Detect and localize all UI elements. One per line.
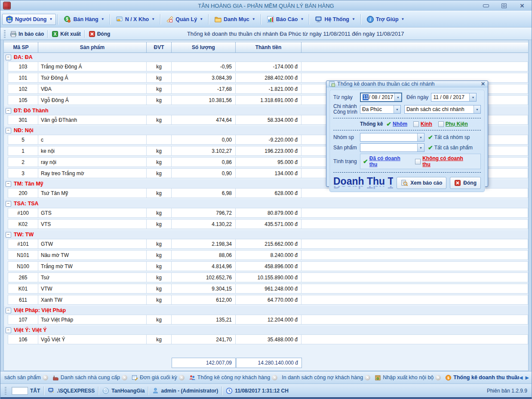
- group-row[interactable]: −Việt Pháp: Việt Pháp: [4, 306, 528, 315]
- tab-close-icon[interactable]: ✕: [435, 375, 441, 380]
- tab-close-icon[interactable]: ✕: [43, 375, 48, 380]
- tab-item[interactable]: Thống kê công nợ khách hàng✕: [187, 374, 280, 381]
- database-name: TanHoangGia: [111, 388, 145, 394]
- grid-header: Mã SP Sản phẩm ĐVT Số lượng Thành tiền: [4, 42, 528, 53]
- collapse-icon[interactable]: −: [6, 308, 11, 313]
- tab-item[interactable]: Nhập xuất kho nội bộ✕: [372, 374, 443, 381]
- branch-list-combo[interactable]: Danh sách các chi nhánh ▼: [404, 105, 481, 114]
- option-item[interactable]: ✔Nhôm: [386, 121, 413, 127]
- close-report-button[interactable]: Đóng: [86, 30, 113, 38]
- group-row[interactable]: −TSA: TSA: [4, 199, 528, 208]
- menu-item[interactable]: Người Dùng▼: [2, 14, 56, 25]
- option-item[interactable]: Không có doanh thu: [415, 155, 478, 167]
- total-quantity: 142.007,09: [172, 358, 236, 368]
- group-row[interactable]: −TW: TW: [4, 230, 528, 239]
- branch-dropdown-icon[interactable]: ▼: [394, 105, 400, 113]
- tab-close-icon[interactable]: ✕: [365, 375, 370, 380]
- checkbox-icon[interactable]: [413, 121, 419, 127]
- collapse-icon[interactable]: −: [6, 181, 11, 187]
- customers-icon: [189, 374, 196, 381]
- tab-item[interactable]: In danh sách công nợ khách hàng✕: [280, 374, 372, 380]
- collapse-icon[interactable]: −: [6, 108, 11, 114]
- tab-item[interactable]: $Thống kê doanh thu thuần: [443, 374, 519, 381]
- menu-item[interactable]: Quản Lý▼: [163, 14, 206, 25]
- tab-scroll-right-icon[interactable]: ▶: [526, 375, 529, 380]
- all-products-label[interactable]: Tất cả sản phẩm: [434, 145, 473, 151]
- minimize-button[interactable]: [483, 3, 489, 9]
- tab-item[interactable]: Danh sách nhà cung cấp✕: [50, 374, 129, 381]
- tab-close-icon[interactable]: ✕: [179, 375, 185, 380]
- collapse-icon[interactable]: −: [6, 128, 11, 133]
- column-header[interactable]: Sản phẩm: [38, 42, 147, 53]
- collapse-icon[interactable]: −: [6, 201, 11, 207]
- table-row[interactable]: #101GTWkg2.198,34215.662.000 đ: [4, 239, 528, 250]
- table-row[interactable]: N100Trắng mờ TWkg4.814,96458.896.000 đ: [4, 261, 528, 272]
- view-report-button[interactable]: Xem báo cáo: [397, 177, 446, 189]
- ruler-icon: [166, 15, 174, 23]
- table-row[interactable]: 106Vgỗ Việt Ýkg241,7035.488.000 đ: [4, 334, 528, 346]
- to-date-field[interactable]: 11 / 08 / 2017 ▼: [431, 93, 477, 102]
- menu-item[interactable]: iTrợ Giúp▼: [363, 14, 408, 25]
- price-table-icon: [132, 374, 138, 381]
- checkbox-icon[interactable]: [415, 159, 421, 164]
- branch-combo[interactable]: Đa Phúc ▼: [360, 105, 401, 114]
- to-date-dropdown-icon[interactable]: ▼: [469, 93, 476, 101]
- table-row[interactable]: K01VTWkg9.304,15961.248.000 đ: [4, 284, 528, 295]
- table-row[interactable]: 611Xanh TWkg612,0064.770.000 đ: [4, 295, 528, 306]
- app-window: TÂN HOÀNG GIA - PHẦN MỀM QUẢN LÝ BÁN HÀN…: [0, 0, 532, 399]
- menu-item[interactable]: Hệ Thống▼: [311, 14, 359, 25]
- menu-item[interactable]: N / X Kho▼: [112, 14, 158, 25]
- product-dropdown-icon[interactable]: ▼: [417, 144, 424, 152]
- column-header[interactable]: ĐVT: [147, 42, 172, 53]
- product-combo[interactable]: ▼: [360, 143, 424, 152]
- print-report-button[interactable]: In báo cáo: [7, 30, 46, 38]
- dialog-close-button[interactable]: Đóng: [450, 177, 481, 189]
- tab-item[interactable]: sách sản phẩm✕: [2, 374, 50, 380]
- option-item[interactable]: Phụ Kiện: [438, 121, 474, 127]
- logged-user: admin - (Administrator): [161, 388, 218, 394]
- group-sp-dropdown-icon[interactable]: ▼: [417, 133, 424, 141]
- table-row[interactable]: N101Nâu mờ TWkg88,068.240.000 đ: [4, 250, 528, 261]
- restore-button[interactable]: [501, 3, 507, 9]
- column-header[interactable]: Số lượng: [172, 42, 236, 53]
- table-row[interactable]: #100GTSkg796,7280.879.000 đ: [4, 208, 528, 219]
- tab-close-icon[interactable]: ✕: [272, 375, 277, 380]
- column-header-filler: [301, 42, 528, 53]
- group-sp-combo[interactable]: ▼: [360, 133, 424, 142]
- printer-icon: [10, 31, 17, 37]
- from-date-field[interactable]: 11/ 08 / 2017 ▼: [360, 93, 402, 102]
- tab-item[interactable]: Đơn giá cuối kỳ✕: [129, 374, 187, 381]
- group-row[interactable]: −ĐA: ĐA: [4, 53, 528, 62]
- from-date-dropdown-icon[interactable]: ▼: [394, 93, 401, 101]
- all-groups-label[interactable]: Tất cả nhóm sp: [434, 134, 470, 140]
- chevron-down-icon: ▼: [401, 17, 405, 21]
- column-header[interactable]: Thành tiền: [236, 42, 301, 53]
- option-item[interactable]: ✔Đã có doanh thu: [363, 155, 415, 167]
- dialog-close-icon[interactable]: ✕: [481, 81, 485, 87]
- to-date-label: Đến ngày: [406, 94, 428, 100]
- close-button[interactable]: ✕: [519, 3, 526, 9]
- check-icon: ✔: [386, 121, 391, 127]
- table-row[interactable]: K02VTSkg4.130,22435.571.000 đ: [4, 219, 528, 230]
- branch-list-dropdown-icon[interactable]: ▼: [474, 105, 480, 113]
- group-row[interactable]: −Việt Ý: Việt Ý: [4, 326, 528, 334]
- menu-item[interactable]: Danh Mục▼: [211, 14, 259, 25]
- export-button[interactable]: X Kết xuất: [49, 30, 83, 38]
- total-amount: 14.280.140.000 đ: [236, 358, 302, 368]
- table-row[interactable]: 103Trắng mờ Đông Ákg-0,95-174.000 đ: [4, 62, 528, 73]
- table-row[interactable]: 107Tsứ Việt Phápkg135,2112.204.000 đ: [4, 315, 528, 326]
- checkbox-icon[interactable]: [438, 121, 444, 127]
- dialog-title-bar[interactable]: Thống kê doanh thu thuần các chi nhánh ✕: [326, 81, 488, 87]
- tab-scroll-left-icon[interactable]: ◀: [519, 375, 523, 380]
- tab-close-icon[interactable]: ✕: [122, 375, 127, 380]
- title-bar: TÂN HOÀNG GIA - PHẦN MỀM QUẢN LÝ BÁN HÀN…: [0, 0, 532, 11]
- table-row[interactable]: 265Tsứkg102.652,7610.155.890.000 đ: [4, 272, 528, 284]
- option-item[interactable]: Kính: [413, 121, 438, 127]
- column-header[interactable]: Mã SP: [4, 42, 38, 53]
- collapse-icon[interactable]: −: [6, 328, 11, 333]
- menu-item[interactable]: Báo Cáo▼: [263, 14, 308, 25]
- collapse-icon[interactable]: −: [6, 55, 11, 60]
- menu-item[interactable]: $Bán Hàng▼: [60, 14, 108, 25]
- collapse-icon[interactable]: −: [6, 232, 11, 238]
- svg-text:X: X: [54, 32, 57, 37]
